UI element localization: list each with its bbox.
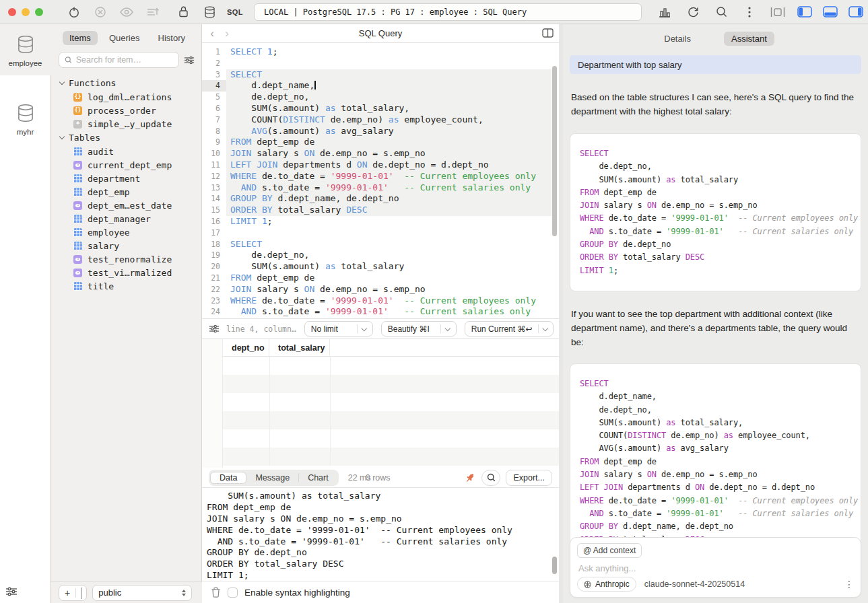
code-token: 1: [262, 216, 267, 226]
tree-item-simple-y-update[interactable]: simple_…y_update: [51, 117, 201, 131]
refresh-icon[interactable]: [679, 4, 706, 20]
syntax-highlighting-checkbox[interactable]: [228, 588, 238, 598]
rail-filter-icon[interactable]: [5, 587, 18, 596]
code-token: FROM: [230, 137, 251, 147]
tab-data[interactable]: Data: [210, 472, 246, 484]
limit-dropdown[interactable]: No limit: [304, 321, 373, 336]
ask-input[interactable]: Ask anything...: [578, 563, 636, 573]
sql-editor[interactable]: 123456789101112131415161718192021222324 …: [202, 43, 559, 318]
connection-name: myhr: [0, 128, 51, 136]
tab-queries[interactable]: Queries: [102, 31, 147, 45]
chart-icon[interactable]: [651, 4, 678, 20]
trash-icon[interactable]: [211, 587, 221, 598]
code-token: SELECT: [580, 149, 609, 158]
sidebar-filter-icon[interactable]: [184, 56, 195, 65]
editor-settings-icon[interactable]: [209, 324, 220, 333]
tree-item-test-renormalize[interactable]: test_renormalize: [51, 252, 201, 266]
column-header-dept-no[interactable]: dept_no: [223, 339, 269, 356]
column-header-total-salary[interactable]: total_salary: [269, 339, 330, 356]
line-number: 23: [202, 295, 226, 307]
code-token: de.dept_no,: [580, 162, 652, 171]
database-icon[interactable]: [197, 4, 223, 20]
tree-item-dept-emp[interactable]: dept_emp: [51, 185, 201, 199]
toggle-right-panel-button[interactable]: [844, 3, 868, 21]
code-token: '9999-01-01': [325, 182, 389, 192]
code-token: ORDER BY: [580, 252, 618, 262]
code-token: '9999-01-01': [671, 496, 729, 505]
chevron-down-icon: [59, 79, 65, 85]
lock-icon[interactable]: [170, 4, 197, 20]
code-token: [580, 509, 589, 518]
search-input[interactable]: [76, 55, 173, 65]
run-current-button[interactable]: Run Current ⌘↩: [465, 321, 554, 336]
message-scrollbar[interactable]: [552, 557, 557, 574]
tab-assistant[interactable]: Assistant: [724, 32, 774, 46]
table-row[interactable]: [223, 429, 559, 448]
tree-item-salary[interactable]: salary: [51, 239, 201, 252]
results-grid[interactable]: dept_no total_salary: [202, 339, 559, 468]
tree-item-department[interactable]: department: [51, 172, 201, 185]
tab-message[interactable]: Message: [246, 472, 298, 484]
item-search-box[interactable]: [59, 52, 179, 68]
assistant-code-block-1[interactable]: SELECT de.dept_no, SUM(s.amount) as tota…: [570, 133, 861, 291]
tab-history[interactable]: History: [152, 31, 192, 45]
table-row[interactable]: [223, 411, 559, 429]
minimize-window-button[interactable]: [22, 8, 30, 16]
column-divider: [330, 411, 331, 429]
table-row[interactable]: [223, 357, 559, 375]
editor-scrollbar[interactable]: [552, 66, 557, 236]
toggle-left-panel-button[interactable]: [793, 3, 817, 21]
more-options-icon[interactable]: [736, 4, 763, 20]
tree-item-dept-em-est-date[interactable]: dept_em…est_date: [51, 199, 201, 212]
search-icon[interactable]: [708, 4, 735, 20]
conversation-title-banner[interactable]: Department with top salary: [570, 55, 861, 74]
code-token: DESC: [346, 205, 367, 215]
tree-section-tables[interactable]: Tables: [51, 131, 201, 145]
split-editor-icon[interactable]: [542, 28, 554, 38]
table-row[interactable]: [223, 375, 559, 393]
beautify-dropdown[interactable]: Beautify ⌘I: [381, 321, 457, 336]
connection-myhr[interactable]: myhr: [0, 93, 51, 144]
zoom-window-button[interactable]: [35, 8, 43, 16]
export-button[interactable]: Export...: [506, 470, 552, 486]
search-results-button[interactable]: [481, 470, 500, 486]
add-context-chip[interactable]: @ Add context: [577, 543, 642, 558]
tree-section-functions[interactable]: Functions: [51, 76, 201, 90]
tab-details[interactable]: Details: [657, 32, 698, 46]
connection-icon[interactable]: [61, 4, 87, 20]
tree-item-dept-manager[interactable]: dept_manager: [51, 212, 201, 225]
item-label: test_vi…rmalized: [88, 268, 172, 278]
tab-items[interactable]: Items: [63, 31, 98, 45]
editor-line: SELECT: [226, 239, 552, 250]
schema-select[interactable]: public: [92, 585, 192, 601]
tree-item-process-order[interactable]: process_order: [51, 104, 201, 117]
composer-more-icon[interactable]: ⋮: [844, 579, 854, 590]
code-token: de.emp_no = s.emp_no: [314, 148, 425, 158]
connection-employee[interactable]: employee: [0, 24, 51, 75]
table-row[interactable]: [223, 393, 559, 411]
tree-item-title[interactable]: title: [51, 279, 201, 293]
code-token: FROM: [580, 188, 599, 197]
tree-item-employee[interactable]: employee: [51, 225, 201, 239]
tree-item-audit[interactable]: audit: [51, 145, 201, 158]
focus-layout-icon[interactable]: [764, 4, 791, 20]
editor-line: JOIN salary s ON de.emp_no = s.emp_no: [226, 284, 552, 295]
code-token: d.dept_name,: [230, 80, 314, 90]
tree-item-log-dml-erations[interactable]: log_dml…erations: [51, 90, 201, 104]
code-token: salary s: [251, 148, 304, 158]
pin-icon[interactable]: [464, 472, 476, 484]
tree-item-current-dept-emp[interactable]: current_dept_emp: [51, 158, 201, 172]
tree-item-test-vi-rmalized[interactable]: test_vi…rmalized: [51, 266, 201, 279]
code-token: de.emp_no = s.emp_no: [657, 470, 758, 479]
item-label: employee: [88, 227, 130, 238]
tab-chart[interactable]: Chart: [299, 472, 337, 484]
code-token: -- Current employees only: [404, 171, 536, 181]
provider-select[interactable]: Anthropic: [577, 577, 636, 592]
function-icon: [73, 106, 82, 115]
add-item-button[interactable]: +: [59, 585, 87, 601]
code-token: FROM: [580, 457, 599, 466]
close-window-button[interactable]: [8, 8, 16, 16]
message-panel[interactable]: SUM(s.amount) as total_salaryFROM dept_e…: [202, 487, 559, 581]
table-row[interactable]: [223, 448, 559, 466]
toggle-bottom-panel-button[interactable]: [818, 3, 842, 21]
